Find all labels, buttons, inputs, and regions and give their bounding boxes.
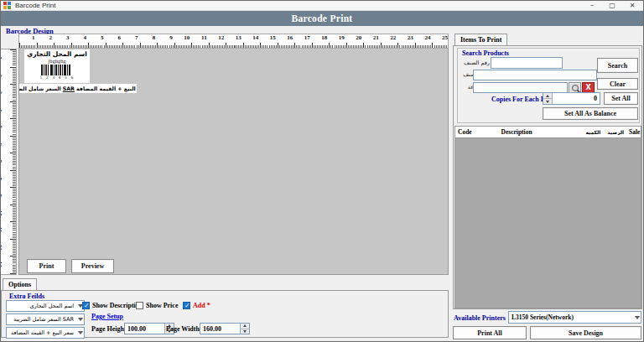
extra-field-1-select[interactable]: اسم المحل التجاري (6, 300, 85, 312)
column-code[interactable]: Code (455, 128, 499, 136)
show-price-label: Show Price (146, 302, 178, 309)
add-star-label: Add * (193, 302, 210, 309)
price-vat-text: سعر البيع + القيمة المضافة (76, 86, 137, 91)
column-quantity[interactable]: الكمية (582, 129, 605, 135)
shop-name-text: اسم المحل التجاري (24, 50, 90, 58)
chevron-down-icon (76, 331, 84, 334)
table-body[interactable] (455, 138, 641, 308)
column-description[interactable]: Description (499, 128, 582, 136)
set-all-as-balance-button[interactable]: Set All As Balance (543, 107, 638, 120)
search-products-label: Search Products (462, 49, 509, 57)
available-printers-label: Available Printers (454, 314, 506, 322)
window-title: Barcode Print (15, 2, 55, 9)
horizontal-ruler-ticks (19, 43, 448, 49)
titlebar: Barcode Print – ▢ ✕ (0, 0, 644, 11)
close-button[interactable]: ✕ (622, 0, 642, 11)
save-design-button[interactable]: Save Design (530, 326, 641, 339)
page-width-input[interactable]: 160.00 (200, 323, 250, 334)
show-price-option[interactable]: Show Price (136, 302, 178, 309)
item-code-text: jhghghg (24, 58, 90, 64)
vertical-ruler: 12345678910111213 (0, 49, 17, 275)
barcode-image (41, 65, 73, 75)
clear-button[interactable]: Clear (597, 78, 638, 90)
item-name-input[interactable] (473, 70, 597, 80)
price-line[interactable]: سعر البيع + القيمة المضافة SAR السعر شام… (19, 84, 137, 93)
page-width-label: Page Width (166, 325, 200, 333)
add-star-option[interactable]: Add * (183, 302, 210, 309)
items-table[interactable]: Code Description الكمية الرصيد Sale (454, 126, 641, 308)
page-height-label: Page Height (91, 325, 127, 333)
label-preview[interactable]: اسم المحل التجاري jhghghg 1 2 3 4 5 6 (24, 49, 90, 83)
horizontal-ruler: 1234567891011121314151617181920212223242… (18, 34, 449, 49)
print-all-button[interactable]: Print All (453, 326, 527, 339)
barcode-digits: 1 2 3 4 5 6 (24, 75, 90, 80)
show-description-option[interactable]: Show Description (82, 302, 143, 309)
close-icon: X (585, 84, 590, 91)
set-all-button[interactable]: Set All (604, 92, 638, 105)
chevron-down-icon (76, 318, 84, 321)
page-title: Barcode Print (0, 11, 644, 26)
horizontal-ruler-numbers: 1234567891011121314151617181920212223242… (19, 34, 448, 43)
extra-field-3-select[interactable]: سعر البيع + القيمة المضافة (6, 327, 85, 339)
page-setup-link[interactable]: Page Setup (91, 313, 123, 320)
app-icon (3, 2, 11, 9)
chevron-down-icon (633, 316, 641, 319)
window-controls: – ▢ ✕ (582, 0, 642, 11)
copies-spinner[interactable] (543, 93, 553, 104)
minimize-button[interactable]: – (582, 0, 602, 11)
copies-input[interactable]: 0 (543, 92, 600, 105)
printer-select[interactable]: L3150 Series(Network) (508, 311, 641, 324)
page-width-spinner[interactable] (240, 324, 249, 334)
show-description-checkbox[interactable] (82, 302, 90, 309)
column-sale[interactable]: Sale (626, 128, 641, 136)
search-icon (572, 85, 579, 91)
vertical-ruler-numbers: 12345678910111213 (1, 49, 10, 274)
tab-items-to-print[interactable]: Items To Print (454, 34, 507, 45)
table-header: Code Description الكمية الرصيد Sale (455, 127, 641, 138)
search-products-group: Search Products رقم الصنف Search اسم الص… (457, 48, 640, 123)
extra-field-2-select[interactable]: SAR السعر شامل الضريبة (6, 314, 85, 325)
column-balance[interactable]: الرصيد (605, 129, 626, 135)
price-tax-text: السعر شامل الضريبة (19, 86, 61, 91)
items-panel: Search Products رقم الصنف Search اسم الص… (453, 45, 642, 309)
print-button[interactable]: Print (27, 259, 66, 273)
options-panel: Extra Feilds اسم المحل التجاري SAR السعر… (1, 290, 449, 338)
add-star-checkbox[interactable] (183, 302, 190, 309)
item-number-input[interactable] (491, 57, 563, 69)
maximize-button[interactable]: ▢ (602, 0, 622, 11)
extra-fields-label: Extra Feilds (9, 293, 44, 300)
currency-text: SAR (63, 86, 75, 91)
item-number-label: رقم الصنف (463, 60, 490, 66)
show-price-checkbox[interactable] (136, 302, 143, 309)
tab-options[interactable]: Options (3, 278, 37, 290)
vertical-ruler-ticks (10, 49, 16, 274)
preview-button[interactable]: Preview (71, 259, 114, 273)
design-canvas[interactable]: اسم المحل التجاري jhghghg 1 2 3 4 5 6 سع… (18, 49, 449, 275)
search-button[interactable]: Search (597, 58, 638, 73)
